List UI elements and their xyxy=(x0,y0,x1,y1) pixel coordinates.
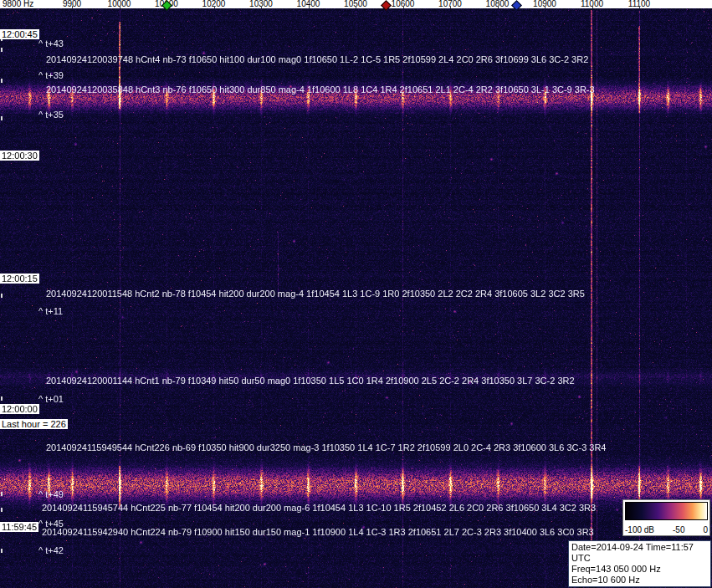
freq-tick-mark xyxy=(356,6,356,8)
event-log-line: 20140924120039748 hCnt4 nb-73 f10650 hit… xyxy=(46,54,588,64)
info-echo-line: Echo=10 600 Hz xyxy=(571,575,708,585)
freq-tick-mark xyxy=(309,6,310,8)
event-caret: ^ t+01 xyxy=(38,394,64,404)
time-label: 12:00:30 xyxy=(0,151,39,161)
event-caret: ^ t+35 xyxy=(38,110,64,120)
freq-tick-mark xyxy=(261,6,262,8)
info-freq-line: Freq=143 050 000 Hz xyxy=(571,564,708,575)
time-tick-mark xyxy=(1,48,3,52)
event-log-line: 20140924115945744 hCnt225 nb-77 f10454 h… xyxy=(42,503,596,513)
time-tick-mark xyxy=(1,294,3,298)
event-caret: ^ t+11 xyxy=(38,306,63,316)
time-tick-mark xyxy=(1,396,3,401)
colorbar-mid-label: -50 xyxy=(673,525,684,534)
time-label: 11:59:45 xyxy=(0,522,38,532)
freq-tick-mark xyxy=(450,6,451,8)
colorbar-min-label: -100 dB xyxy=(625,525,654,534)
time-tick-mark xyxy=(1,508,3,512)
colorbar-labels: -100 dB -50 0 xyxy=(625,525,708,534)
event-caret: ^ t+43 xyxy=(38,38,64,49)
last-hour-counter: Last hour = 226 xyxy=(0,419,68,429)
event-caret: ^ t+42 xyxy=(38,545,64,555)
colorbar: -100 dB -50 0 xyxy=(622,499,710,536)
time-label: 12:00:00 xyxy=(0,404,39,414)
freq-tick-mark xyxy=(403,6,404,8)
event-log-line: 20140924115949544 hCnt226 nb-69 f10350 h… xyxy=(46,442,607,453)
time-tick-mark xyxy=(1,116,3,120)
time-tick-mark xyxy=(1,492,3,496)
event-log-line: 20140924120035848 hCnt3 nb-76 f10650 hit… xyxy=(46,84,595,95)
freq-tick-mark xyxy=(545,6,546,8)
spectrogram-screen: 9800 Hz990010000101001020010300104001050… xyxy=(0,0,712,588)
time-label: 12:00:15 xyxy=(0,274,39,284)
info-date-line: Date=2014-09-24 Time=11:57 UTC xyxy=(571,542,708,564)
event-log-line: 20140924120001144 hCnt1 nb-79 f10349 hit… xyxy=(46,376,575,386)
event-log-line: 20140924115942940 hCnt224 nb-79 f10900 h… xyxy=(42,527,594,537)
freq-tick-mark xyxy=(214,6,215,8)
frequency-axis: 9800 Hz990010000101001020010300104001050… xyxy=(0,0,712,8)
colorbar-gradient xyxy=(625,502,708,520)
event-caret: ^ t+39 xyxy=(38,70,64,80)
freq-tick-label: 9800 Hz xyxy=(3,0,33,8)
freq-tick-mark xyxy=(120,6,120,8)
freq-tick-mark xyxy=(72,6,73,8)
freq-tick-mark xyxy=(498,6,499,8)
time-label: 12:00:45 xyxy=(0,29,39,39)
event-caret: ^ t+49 xyxy=(38,489,64,499)
colorbar-max-label: 0 xyxy=(703,525,708,534)
freq-tick-mark xyxy=(592,6,593,8)
time-tick-mark xyxy=(1,549,3,553)
info-box: Date=2014-09-24 Time=11:57 UTC Freq=143 … xyxy=(568,540,711,587)
time-tick-mark xyxy=(1,79,3,83)
freq-tick-mark xyxy=(639,6,640,8)
event-log-line: 20140924120011548 hCnt2 nb-78 f10454 hit… xyxy=(46,289,585,299)
